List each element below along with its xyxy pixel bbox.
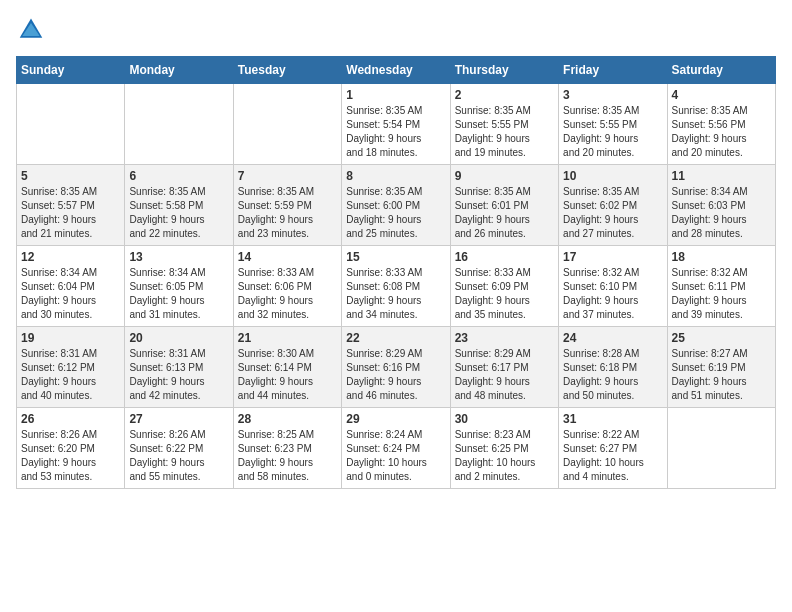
week-row-1: 1Sunrise: 8:35 AM Sunset: 5:54 PM Daylig… bbox=[17, 84, 776, 165]
cell-date-number: 25 bbox=[672, 331, 771, 345]
day-header-row: SundayMondayTuesdayWednesdayThursdayFrid… bbox=[17, 57, 776, 84]
calendar-cell: 28Sunrise: 8:25 AM Sunset: 6:23 PM Dayli… bbox=[233, 408, 341, 489]
calendar-cell: 8Sunrise: 8:35 AM Sunset: 6:00 PM Daylig… bbox=[342, 165, 450, 246]
cell-info-text: Sunrise: 8:34 AM Sunset: 6:04 PM Dayligh… bbox=[21, 266, 120, 322]
cell-info-text: Sunrise: 8:35 AM Sunset: 5:58 PM Dayligh… bbox=[129, 185, 228, 241]
cell-date-number: 12 bbox=[21, 250, 120, 264]
calendar-cell: 3Sunrise: 8:35 AM Sunset: 5:55 PM Daylig… bbox=[559, 84, 667, 165]
calendar-cell: 1Sunrise: 8:35 AM Sunset: 5:54 PM Daylig… bbox=[342, 84, 450, 165]
calendar-cell: 23Sunrise: 8:29 AM Sunset: 6:17 PM Dayli… bbox=[450, 327, 558, 408]
calendar-cell: 12Sunrise: 8:34 AM Sunset: 6:04 PM Dayli… bbox=[17, 246, 125, 327]
calendar-cell: 21Sunrise: 8:30 AM Sunset: 6:14 PM Dayli… bbox=[233, 327, 341, 408]
week-row-5: 26Sunrise: 8:26 AM Sunset: 6:20 PM Dayli… bbox=[17, 408, 776, 489]
calendar-cell: 17Sunrise: 8:32 AM Sunset: 6:10 PM Dayli… bbox=[559, 246, 667, 327]
cell-date-number: 18 bbox=[672, 250, 771, 264]
cell-info-text: Sunrise: 8:27 AM Sunset: 6:19 PM Dayligh… bbox=[672, 347, 771, 403]
calendar-cell: 6Sunrise: 8:35 AM Sunset: 5:58 PM Daylig… bbox=[125, 165, 233, 246]
cell-date-number: 13 bbox=[129, 250, 228, 264]
day-header-monday: Monday bbox=[125, 57, 233, 84]
calendar-cell: 31Sunrise: 8:22 AM Sunset: 6:27 PM Dayli… bbox=[559, 408, 667, 489]
cell-info-text: Sunrise: 8:35 AM Sunset: 5:55 PM Dayligh… bbox=[563, 104, 662, 160]
cell-info-text: Sunrise: 8:31 AM Sunset: 6:13 PM Dayligh… bbox=[129, 347, 228, 403]
cell-info-text: Sunrise: 8:34 AM Sunset: 6:05 PM Dayligh… bbox=[129, 266, 228, 322]
cell-date-number: 3 bbox=[563, 88, 662, 102]
cell-date-number: 16 bbox=[455, 250, 554, 264]
cell-date-number: 15 bbox=[346, 250, 445, 264]
cell-info-text: Sunrise: 8:33 AM Sunset: 6:06 PM Dayligh… bbox=[238, 266, 337, 322]
calendar-cell bbox=[233, 84, 341, 165]
cell-info-text: Sunrise: 8:35 AM Sunset: 5:57 PM Dayligh… bbox=[21, 185, 120, 241]
cell-date-number: 26 bbox=[21, 412, 120, 426]
cell-date-number: 21 bbox=[238, 331, 337, 345]
cell-info-text: Sunrise: 8:33 AM Sunset: 6:09 PM Dayligh… bbox=[455, 266, 554, 322]
cell-date-number: 22 bbox=[346, 331, 445, 345]
cell-info-text: Sunrise: 8:35 AM Sunset: 5:55 PM Dayligh… bbox=[455, 104, 554, 160]
week-row-3: 12Sunrise: 8:34 AM Sunset: 6:04 PM Dayli… bbox=[17, 246, 776, 327]
cell-info-text: Sunrise: 8:23 AM Sunset: 6:25 PM Dayligh… bbox=[455, 428, 554, 484]
cell-info-text: Sunrise: 8:29 AM Sunset: 6:17 PM Dayligh… bbox=[455, 347, 554, 403]
calendar-body: 1Sunrise: 8:35 AM Sunset: 5:54 PM Daylig… bbox=[17, 84, 776, 489]
cell-info-text: Sunrise: 8:28 AM Sunset: 6:18 PM Dayligh… bbox=[563, 347, 662, 403]
calendar-cell: 19Sunrise: 8:31 AM Sunset: 6:12 PM Dayli… bbox=[17, 327, 125, 408]
cell-info-text: Sunrise: 8:35 AM Sunset: 5:54 PM Dayligh… bbox=[346, 104, 445, 160]
page-header bbox=[16, 16, 776, 46]
cell-date-number: 4 bbox=[672, 88, 771, 102]
calendar-cell: 29Sunrise: 8:24 AM Sunset: 6:24 PM Dayli… bbox=[342, 408, 450, 489]
calendar-cell: 27Sunrise: 8:26 AM Sunset: 6:22 PM Dayli… bbox=[125, 408, 233, 489]
cell-date-number: 6 bbox=[129, 169, 228, 183]
week-row-4: 19Sunrise: 8:31 AM Sunset: 6:12 PM Dayli… bbox=[17, 327, 776, 408]
calendar-cell: 15Sunrise: 8:33 AM Sunset: 6:08 PM Dayli… bbox=[342, 246, 450, 327]
cell-info-text: Sunrise: 8:26 AM Sunset: 6:20 PM Dayligh… bbox=[21, 428, 120, 484]
cell-info-text: Sunrise: 8:34 AM Sunset: 6:03 PM Dayligh… bbox=[672, 185, 771, 241]
calendar-cell: 9Sunrise: 8:35 AM Sunset: 6:01 PM Daylig… bbox=[450, 165, 558, 246]
calendar-cell: 13Sunrise: 8:34 AM Sunset: 6:05 PM Dayli… bbox=[125, 246, 233, 327]
calendar-cell: 7Sunrise: 8:35 AM Sunset: 5:59 PM Daylig… bbox=[233, 165, 341, 246]
day-header-thursday: Thursday bbox=[450, 57, 558, 84]
cell-info-text: Sunrise: 8:35 AM Sunset: 6:01 PM Dayligh… bbox=[455, 185, 554, 241]
cell-date-number: 17 bbox=[563, 250, 662, 264]
calendar-cell bbox=[125, 84, 233, 165]
cell-date-number: 31 bbox=[563, 412, 662, 426]
cell-info-text: Sunrise: 8:33 AM Sunset: 6:08 PM Dayligh… bbox=[346, 266, 445, 322]
calendar-cell: 22Sunrise: 8:29 AM Sunset: 6:16 PM Dayli… bbox=[342, 327, 450, 408]
cell-date-number: 28 bbox=[238, 412, 337, 426]
cell-date-number: 29 bbox=[346, 412, 445, 426]
calendar-cell: 5Sunrise: 8:35 AM Sunset: 5:57 PM Daylig… bbox=[17, 165, 125, 246]
cell-date-number: 27 bbox=[129, 412, 228, 426]
day-header-wednesday: Wednesday bbox=[342, 57, 450, 84]
cell-info-text: Sunrise: 8:26 AM Sunset: 6:22 PM Dayligh… bbox=[129, 428, 228, 484]
cell-date-number: 30 bbox=[455, 412, 554, 426]
cell-date-number: 20 bbox=[129, 331, 228, 345]
calendar-cell: 11Sunrise: 8:34 AM Sunset: 6:03 PM Dayli… bbox=[667, 165, 775, 246]
cell-date-number: 8 bbox=[346, 169, 445, 183]
cell-date-number: 23 bbox=[455, 331, 554, 345]
cell-info-text: Sunrise: 8:32 AM Sunset: 6:10 PM Dayligh… bbox=[563, 266, 662, 322]
calendar-cell bbox=[17, 84, 125, 165]
calendar-cell bbox=[667, 408, 775, 489]
calendar-cell: 26Sunrise: 8:26 AM Sunset: 6:20 PM Dayli… bbox=[17, 408, 125, 489]
calendar-cell: 10Sunrise: 8:35 AM Sunset: 6:02 PM Dayli… bbox=[559, 165, 667, 246]
cell-date-number: 2 bbox=[455, 88, 554, 102]
calendar-header: SundayMondayTuesdayWednesdayThursdayFrid… bbox=[17, 57, 776, 84]
calendar-cell: 30Sunrise: 8:23 AM Sunset: 6:25 PM Dayli… bbox=[450, 408, 558, 489]
week-row-2: 5Sunrise: 8:35 AM Sunset: 5:57 PM Daylig… bbox=[17, 165, 776, 246]
cell-info-text: Sunrise: 8:32 AM Sunset: 6:11 PM Dayligh… bbox=[672, 266, 771, 322]
day-header-sunday: Sunday bbox=[17, 57, 125, 84]
cell-date-number: 24 bbox=[563, 331, 662, 345]
cell-date-number: 14 bbox=[238, 250, 337, 264]
logo bbox=[16, 16, 44, 46]
cell-info-text: Sunrise: 8:22 AM Sunset: 6:27 PM Dayligh… bbox=[563, 428, 662, 484]
cell-info-text: Sunrise: 8:24 AM Sunset: 6:24 PM Dayligh… bbox=[346, 428, 445, 484]
cell-info-text: Sunrise: 8:30 AM Sunset: 6:14 PM Dayligh… bbox=[238, 347, 337, 403]
cell-info-text: Sunrise: 8:35 AM Sunset: 6:02 PM Dayligh… bbox=[563, 185, 662, 241]
cell-date-number: 9 bbox=[455, 169, 554, 183]
cell-info-text: Sunrise: 8:35 AM Sunset: 5:59 PM Dayligh… bbox=[238, 185, 337, 241]
cell-info-text: Sunrise: 8:35 AM Sunset: 5:56 PM Dayligh… bbox=[672, 104, 771, 160]
calendar: SundayMondayTuesdayWednesdayThursdayFrid… bbox=[16, 56, 776, 489]
logo-icon bbox=[18, 16, 44, 46]
calendar-cell: 24Sunrise: 8:28 AM Sunset: 6:18 PM Dayli… bbox=[559, 327, 667, 408]
calendar-cell: 4Sunrise: 8:35 AM Sunset: 5:56 PM Daylig… bbox=[667, 84, 775, 165]
cell-date-number: 1 bbox=[346, 88, 445, 102]
calendar-cell: 16Sunrise: 8:33 AM Sunset: 6:09 PM Dayli… bbox=[450, 246, 558, 327]
day-header-friday: Friday bbox=[559, 57, 667, 84]
